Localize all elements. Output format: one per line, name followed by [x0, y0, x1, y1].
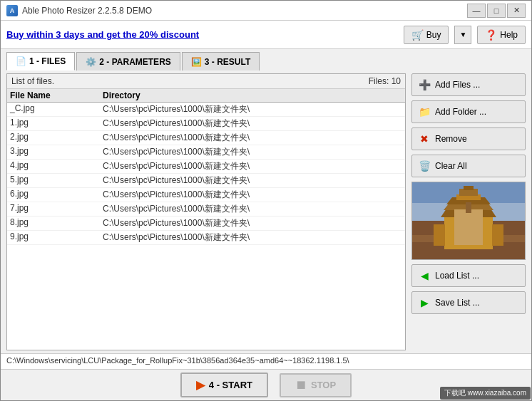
file-dir-cell: C:\Users\pc\Pictures\1000\新建文件夹\	[103, 175, 402, 187]
save-list-button[interactable]: ▶ Save List ...	[411, 291, 526, 314]
table-header: File Name Directory	[7, 89, 405, 103]
file-name-cell: 5.jpg	[10, 175, 103, 187]
svg-rect-11	[464, 186, 474, 190]
main-content: List of files. Files: 10 File Name Direc…	[1, 71, 531, 353]
file-dir-cell: C:\Users\pc\Pictures\1000\新建文件夹\	[103, 203, 402, 215]
file-name-cell: 6.jpg	[10, 189, 103, 201]
app-title: Able Photo Resizer 2.2.5.8 DEMO	[22, 6, 467, 16]
file-name-cell: 1.jpg	[10, 118, 103, 130]
file-table[interactable]: File Name Directory _C.jpg C:\Users\pc\P…	[7, 89, 405, 350]
add-folder-label: Add Folder ...	[435, 107, 486, 117]
table-row[interactable]: 4.jpg C:\Users\pc\Pictures\1000\新建文件夹\	[7, 160, 405, 174]
table-row[interactable]: 8.jpg C:\Users\pc\Pictures\1000\新建文件夹\	[7, 217, 405, 231]
col-header-filename: File Name	[10, 90, 103, 100]
svg-rect-3	[412, 235, 525, 242]
clear-all-icon: 🗑️	[418, 160, 431, 172]
add-folder-button[interactable]: 📁 Add Folder ...	[411, 100, 526, 123]
file-name-cell: _C.jpg	[10, 103, 103, 115]
right-panel: ➕ Add Files ... 📁 Add Folder ... ✖ Remov…	[411, 73, 526, 350]
buy-link[interactable]: Buy within 3 days and get the 20% discou…	[6, 29, 398, 40]
watermark: 下载吧 www.xiazaiba.com	[440, 387, 531, 400]
parameters-tab-label: 2 - PARAMETERS	[99, 57, 170, 67]
add-folder-icon: 📁	[418, 105, 431, 118]
maximize-button[interactable]: □	[487, 4, 506, 18]
window-controls: — □ ✕	[467, 4, 526, 18]
file-list-header: List of files. Files: 10	[7, 74, 405, 89]
file-name-cell: 9.jpg	[10, 231, 103, 244]
svg-rect-4	[444, 214, 493, 249]
load-list-button[interactable]: ◀ Load List ...	[411, 264, 526, 287]
table-row[interactable]: 5.jpg C:\Users\pc\Pictures\1000\新建文件夹\	[7, 174, 405, 188]
table-row[interactable]: 9.jpg C:\Users\pc\Pictures\1000\新建文件夹\	[7, 231, 405, 245]
file-name-cell: 7.jpg	[10, 203, 103, 215]
remove-button[interactable]: ✖ Remove	[411, 127, 526, 150]
file-name-cell: 4.jpg	[10, 160, 103, 172]
files-tab-label: 1 - FILES	[29, 56, 66, 66]
table-row[interactable]: 2.jpg C:\Users\pc\Pictures\1000\新建文件夹\	[7, 131, 405, 145]
svg-rect-12	[461, 221, 468, 231]
cart-icon: 🛒	[411, 29, 424, 41]
file-name-cell: 2.jpg	[10, 132, 103, 144]
file-dir-cell: C:\Users\pc\Pictures\1000\新建文件夹\	[103, 118, 402, 130]
close-button[interactable]: ✕	[507, 4, 526, 18]
result-tab-label: 3 - RESULT	[205, 57, 250, 67]
status-bar: C:\Windows\servicing\LCU\Package_for_Rol…	[1, 353, 531, 369]
file-name-cell: 8.jpg	[10, 217, 103, 229]
table-row[interactable]: 6.jpg C:\Users\pc\Pictures\1000\新建文件夹\	[7, 188, 405, 202]
start-button[interactable]: ▶ 4 - START	[180, 373, 268, 397]
tab-bar: 📄 1 - FILES ⚙️ 2 - PARAMETERS 🖼️ 3 - RES…	[1, 49, 531, 71]
preview-svg	[412, 182, 525, 259]
tab-result[interactable]: 🖼️ 3 - RESULT	[182, 52, 260, 71]
title-bar: A Able Photo Resizer 2.2.5.8 DEMO — □ ✕	[1, 1, 531, 21]
help-button-label: Help	[500, 30, 518, 40]
clear-all-label: Clear All	[435, 161, 467, 171]
table-row[interactable]: 1.jpg C:\Users\pc\Pictures\1000\新建文件夹\	[7, 117, 405, 131]
tab-parameters[interactable]: ⚙️ 2 - PARAMETERS	[76, 52, 180, 71]
file-dir-cell: C:\Users\pc\Pictures\1000\新建文件夹\	[103, 189, 402, 201]
file-dir-cell: C:\Users\pc\Pictures\1000\新建文件夹\	[103, 160, 402, 172]
result-tab-icon: 🖼️	[191, 57, 202, 67]
load-list-label: Load List ...	[435, 271, 479, 281]
app-icon: A	[6, 5, 18, 16]
table-row[interactable]: 7.jpg C:\Users\pc\Pictures\1000\新建文件夹\	[7, 202, 405, 217]
save-list-icon: ▶	[418, 296, 431, 309]
list-label: List of files.	[11, 76, 54, 86]
start-button-label: 4 - START	[209, 380, 252, 390]
help-icon: ❓	[485, 29, 497, 41]
table-row[interactable]: _C.jpg C:\Users\pc\Pictures\1000\新建文件夹\	[7, 103, 405, 117]
file-dir-cell: C:\Users\pc\Pictures\1000\新建文件夹\	[103, 231, 402, 244]
buy-button[interactable]: 🛒 Buy	[404, 26, 449, 44]
add-files-label: Add Files ...	[435, 80, 480, 90]
preview-box	[411, 182, 526, 260]
remove-icon: ✖	[418, 132, 431, 145]
file-dir-cell: C:\Users\pc\Pictures\1000\新建文件夹\	[103, 103, 402, 115]
help-button[interactable]: ❓ Help	[477, 26, 526, 44]
toolbar: Buy within 3 days and get the 20% discou…	[1, 21, 531, 49]
remove-label: Remove	[435, 134, 467, 144]
save-list-label: Save List ...	[435, 298, 480, 308]
add-files-icon: ➕	[418, 78, 431, 91]
file-name-cell: 3.jpg	[10, 146, 103, 158]
start-icon: ▶	[196, 378, 205, 392]
stop-button-label: STOP	[311, 380, 336, 390]
add-files-button[interactable]: ➕ Add Files ...	[411, 73, 526, 96]
buy-dropdown[interactable]: ▼	[454, 26, 471, 44]
svg-rect-14	[434, 224, 445, 246]
svg-rect-13	[469, 221, 476, 231]
tab-files[interactable]: 📄 1 - FILES	[6, 52, 75, 71]
file-rows: _C.jpg C:\Users\pc\Pictures\1000\新建文件夹\ …	[7, 103, 405, 245]
svg-rect-15	[492, 224, 503, 246]
files-tab-icon: 📄	[16, 56, 26, 66]
stop-icon: ⏹	[295, 379, 307, 392]
buy-button-label: Buy	[426, 30, 441, 40]
table-row[interactable]: 3.jpg C:\Users\pc\Pictures\1000\新建文件夹\	[7, 145, 405, 160]
file-dir-cell: C:\Users\pc\Pictures\1000\新建文件夹\	[103, 217, 402, 229]
main-window: A Able Photo Resizer 2.2.5.8 DEMO — □ ✕ …	[0, 0, 532, 401]
minimize-button[interactable]: —	[467, 4, 486, 18]
svg-rect-1	[412, 203, 525, 221]
stop-button: ⏹ STOP	[280, 373, 352, 397]
col-header-directory: Directory	[103, 90, 402, 100]
clear-all-button[interactable]: 🗑️ Clear All	[411, 155, 526, 177]
file-dir-cell: C:\Users\pc\Pictures\1000\新建文件夹\	[103, 146, 402, 158]
load-list-icon: ◀	[418, 269, 431, 282]
